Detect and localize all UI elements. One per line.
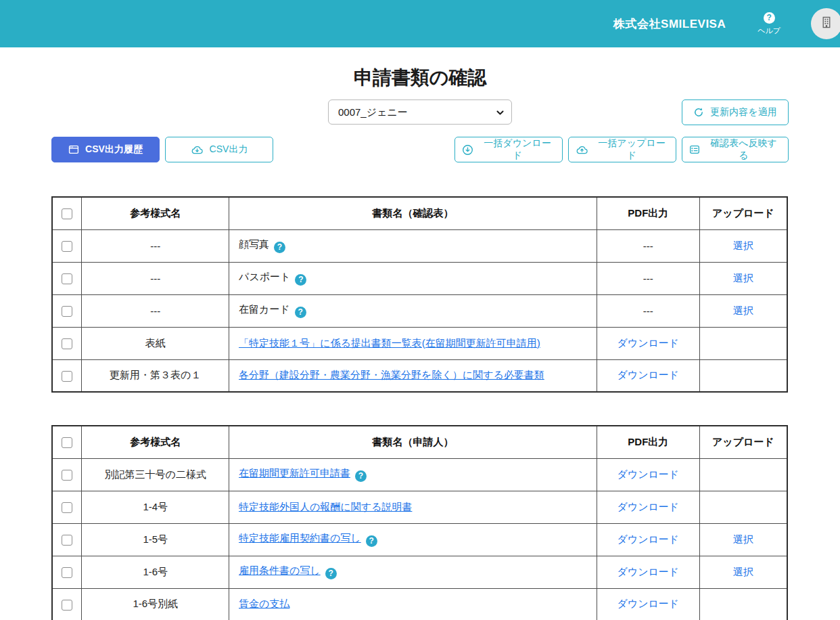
row-checkbox-cell: [52, 491, 82, 523]
table-row: 1-6号別紙賃金の支払ダウンロード: [52, 588, 787, 620]
upload-cell: [699, 458, 787, 491]
pdf-cell: ダウンロード: [597, 588, 699, 620]
row-checkbox[interactable]: [62, 273, 72, 284]
question-circle-icon[interactable]: ?: [355, 470, 367, 482]
document-link[interactable]: 特定技能雇用契約書の写し: [239, 532, 361, 544]
applicant-select[interactable]: 0007_ジェニー: [328, 99, 512, 125]
row-checkbox-cell: [52, 523, 82, 556]
help-button[interactable]: ? ヘルプ: [757, 12, 780, 36]
pdf-cell: ダウンロード: [597, 491, 699, 523]
column-header-upload: アップロード: [699, 197, 787, 229]
document-link[interactable]: 各分野（建設分野・農業分野・漁業分野を除く）に関する必要書類: [239, 369, 544, 380]
pdf-cell: ダウンロード: [597, 523, 699, 556]
download-link[interactable]: ダウンロード: [617, 566, 679, 577]
upload-select-link[interactable]: 選択: [733, 566, 753, 577]
row-checkbox-cell: [52, 229, 82, 262]
upload-cell: 選択: [699, 294, 787, 327]
question-circle-icon[interactable]: ?: [325, 568, 337, 579]
download-link[interactable]: ダウンロード: [617, 369, 679, 380]
window-icon: [68, 144, 79, 155]
document-label: 顔写真: [239, 238, 269, 250]
apply-updates-button[interactable]: 更新内容を適用: [682, 99, 789, 125]
row-checkbox[interactable]: [62, 600, 72, 611]
applicant-select-wrap: 0007_ジェニー: [328, 99, 512, 125]
row-checkbox[interactable]: [62, 371, 72, 382]
bulk-download-label: 一括ダウンロード: [480, 137, 555, 162]
upload-select-link[interactable]: 選択: [733, 305, 753, 316]
cloud-upload-icon: [576, 145, 588, 155]
table-row: 1-5号特定技能雇用契約書の写し?ダウンロード選択: [52, 523, 787, 556]
document-label: 在留カード: [239, 303, 290, 315]
toolbar-right: 一括ダウンロード 一括アップロード: [454, 137, 789, 162]
document-link[interactable]: 特定技能外国人の報酬に関する説明書: [239, 501, 412, 512]
select-all-cell: [52, 426, 82, 458]
upload-select-link[interactable]: 選択: [733, 533, 753, 545]
question-circle-icon[interactable]: ?: [366, 535, 377, 547]
table-row: ---在留カード?---選択: [52, 294, 787, 327]
csv-export-button[interactable]: CSV出力: [165, 137, 273, 162]
download-link[interactable]: ダウンロード: [617, 533, 679, 545]
apply-updates-label: 更新内容を適用: [710, 106, 776, 118]
document-name-cell: 特定技能外国人の報酬に関する説明書: [229, 491, 597, 523]
select-all-checkbox[interactable]: [62, 437, 72, 448]
upload-cell: 選択: [699, 262, 787, 294]
document-name-cell: 特定技能雇用契約書の写し?: [229, 523, 597, 556]
document-name-cell: 雇用条件書の写し?: [229, 556, 597, 588]
upload-cell: [699, 359, 787, 392]
question-circle-icon[interactable]: ?: [295, 307, 306, 318]
select-all-checkbox[interactable]: [62, 208, 72, 219]
download-link[interactable]: ダウンロード: [617, 598, 679, 609]
row-checkbox[interactable]: [62, 470, 72, 481]
applicant-row: 0007_ジェニー 更新内容を適用: [51, 99, 789, 125]
row-checkbox[interactable]: [62, 535, 72, 546]
csv-history-button[interactable]: CSV出力履歴: [51, 137, 160, 162]
pdf-cell: ダウンロード: [597, 327, 699, 359]
download-link[interactable]: ダウンロード: [617, 468, 679, 480]
csv-export-label: CSV出力: [210, 143, 248, 156]
form-name: 別記第三十号の二様式: [82, 458, 229, 491]
documents-table-checklist: 参考様式名 書類名（確認表） PDF出力 アップロード ---顔写真?---選択…: [51, 196, 788, 393]
row-checkbox-cell: [52, 294, 82, 327]
pdf-cell: ダウンロード: [597, 458, 699, 491]
table-header-row: 参考様式名 書類名（申請人） PDF出力 アップロード: [52, 426, 787, 458]
download-link[interactable]: ダウンロード: [617, 501, 679, 512]
row-checkbox[interactable]: [62, 567, 72, 578]
pdf-not-available: ---: [597, 262, 699, 294]
row-checkbox-cell: [52, 262, 82, 294]
document-name-cell: 各分野（建設分野・農業分野・漁業分野を除く）に関する必要書類: [229, 359, 597, 392]
upload-cell: 選択: [699, 523, 787, 556]
download-link[interactable]: ダウンロード: [617, 337, 679, 349]
row-checkbox[interactable]: [62, 338, 72, 349]
form-name: 1-5号: [82, 523, 229, 556]
documents-table-applicant: 参考様式名 書類名（申請人） PDF出力 アップロード 別記第三十号の二様式在留…: [51, 425, 788, 620]
table-row: 別記第三十号の二様式在留期間更新許可申請書?ダウンロード: [52, 458, 787, 491]
row-checkbox-cell: [52, 588, 82, 620]
document-link[interactable]: 賃金の支払: [239, 598, 289, 609]
column-header-pdf-output: PDF出力: [597, 426, 699, 458]
row-checkbox[interactable]: [62, 306, 72, 317]
upload-cell: [699, 491, 787, 523]
row-checkbox[interactable]: [62, 241, 72, 252]
document-link[interactable]: 在留期間更新許可申請書: [239, 467, 350, 479]
document-link[interactable]: 雇用条件書の写し: [239, 564, 321, 576]
bulk-upload-label: 一括アップロード: [594, 137, 669, 162]
account-avatar[interactable]: [811, 8, 840, 39]
reflect-to-checklist-button[interactable]: 確認表へ反映する: [682, 137, 789, 162]
csv-history-label: CSV出力履歴: [85, 143, 143, 156]
document-link[interactable]: 「特定技能１号」に係る提出書類一覧表(在留期間更新許可申請用): [239, 337, 540, 349]
row-checkbox-cell: [52, 458, 82, 491]
bulk-download-button[interactable]: 一括ダウンロード: [454, 137, 563, 162]
company-name: 株式会社SMILEVISA: [613, 16, 726, 32]
question-circle-icon: ?: [764, 12, 775, 24]
upload-select-link[interactable]: 選択: [733, 272, 753, 284]
pdf-cell: ダウンロード: [597, 359, 699, 392]
question-circle-icon[interactable]: ?: [295, 274, 306, 286]
form-name: ---: [82, 229, 229, 262]
bulk-upload-button[interactable]: 一括アップロード: [568, 137, 676, 162]
row-checkbox[interactable]: [62, 502, 72, 513]
upload-cell: 選択: [699, 556, 787, 588]
reflect-to-checklist-label: 確認表へ反映する: [706, 137, 781, 162]
question-circle-icon[interactable]: ?: [274, 242, 285, 253]
row-checkbox-cell: [52, 327, 82, 359]
upload-select-link[interactable]: 選択: [733, 240, 753, 251]
